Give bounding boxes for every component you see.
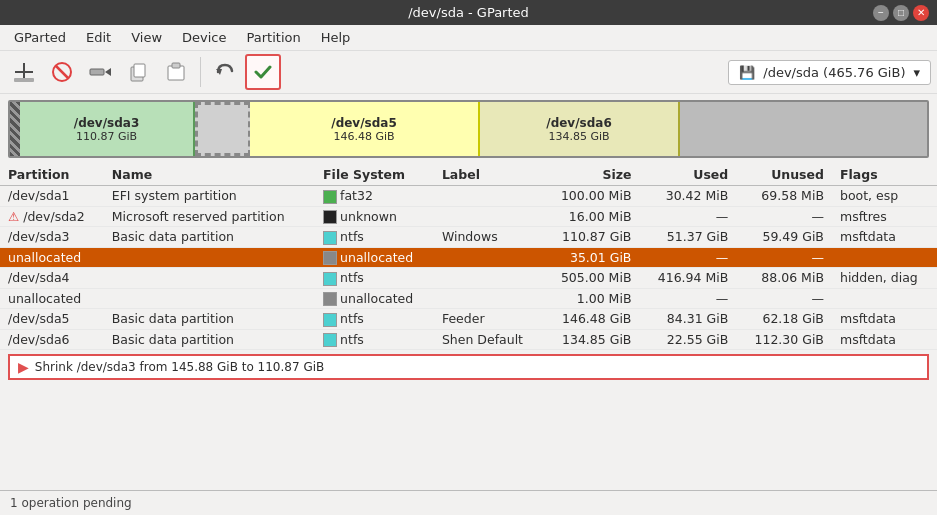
pending-operation-bar: ▶ Shrink /dev/sda3 from 145.88 GiB to 11… — [8, 354, 929, 380]
titlebar: /dev/sda - GParted − □ ✕ — [0, 0, 937, 25]
svg-rect-8 — [134, 64, 145, 77]
disk-part-unallocated-1 — [195, 102, 250, 156]
disk-part-sda5[interactable]: /dev/sda5 146.48 GiB — [250, 102, 480, 156]
cell-size: 35.01 GiB — [543, 247, 640, 268]
minimize-button[interactable]: − — [873, 5, 889, 21]
cell-name — [104, 288, 315, 309]
cell-label — [434, 206, 543, 227]
copy-partition-button[interactable] — [120, 54, 156, 90]
cell-unused: 59.49 GiB — [736, 227, 832, 248]
table-row[interactable]: /dev/sda5Basic data partitionntfsFeeder1… — [0, 309, 937, 330]
disk-part-sda3-name: /dev/sda3 — [74, 116, 140, 130]
col-used: Used — [639, 164, 736, 186]
cell-unused: — — [736, 288, 832, 309]
partition-table-container: Partition Name File System Label Size Us… — [0, 164, 937, 350]
table-row[interactable]: ⚠ /dev/sda2Microsoft reserved partitionu… — [0, 206, 937, 227]
disk-part-sda6[interactable]: /dev/sda6 134.85 GiB — [480, 102, 680, 156]
table-row[interactable]: /dev/sda4ntfs505.00 MiB416.94 MiB88.06 M… — [0, 268, 937, 289]
cell-filesystem: unallocated — [315, 288, 434, 309]
table-row[interactable]: /dev/sda1EFI system partitionfat32100.00… — [0, 186, 937, 207]
undo-button[interactable] — [207, 54, 243, 90]
cell-flags: hidden, diag — [832, 268, 937, 289]
cell-label — [434, 268, 543, 289]
cell-flags: boot, esp — [832, 186, 937, 207]
toolbar-separator-1 — [200, 57, 201, 87]
menu-edit[interactable]: Edit — [76, 27, 121, 48]
cell-unused: 69.58 MiB — [736, 186, 832, 207]
menu-partition[interactable]: Partition — [237, 27, 311, 48]
table-row[interactable]: /dev/sda3Basic data partitionntfsWindows… — [0, 227, 937, 248]
table-row[interactable]: unallocatedunallocated35.01 GiB—— — [0, 247, 937, 268]
disk-part-sda6-name: /dev/sda6 — [546, 116, 612, 130]
svg-rect-5 — [90, 69, 104, 75]
disk-part-sda5-name: /dev/sda5 — [331, 116, 397, 130]
cell-size: 134.85 GiB — [543, 329, 640, 350]
cell-name: Basic data partition — [104, 227, 315, 248]
window-controls: − □ ✕ — [873, 5, 929, 21]
col-flags: Flags — [832, 164, 937, 186]
cell-unused: 62.18 GiB — [736, 309, 832, 330]
cell-size: 100.00 MiB — [543, 186, 640, 207]
status-text: 1 operation pending — [10, 496, 132, 510]
cell-label — [434, 247, 543, 268]
table-row[interactable]: unallocatedunallocated1.00 MiB—— — [0, 288, 937, 309]
resize-partition-button[interactable] — [82, 54, 118, 90]
col-unused: Unused — [736, 164, 832, 186]
cell-used: 22.55 GiB — [639, 329, 736, 350]
svg-rect-10 — [172, 63, 180, 68]
cell-flags: msftdata — [832, 227, 937, 248]
table-row[interactable]: /dev/sda6Basic data partitionntfsShen De… — [0, 329, 937, 350]
menu-view[interactable]: View — [121, 27, 172, 48]
cell-flags: msftres — [832, 206, 937, 227]
cell-partition: ⚠ /dev/sda2 — [0, 206, 104, 227]
apply-button[interactable] — [245, 54, 281, 90]
disk-part-sda3[interactable]: /dev/sda3 110.87 GiB — [20, 102, 195, 156]
col-size: Size — [543, 164, 640, 186]
svg-line-4 — [56, 66, 68, 78]
cell-partition: /dev/sda1 — [0, 186, 104, 207]
cell-filesystem: fat32 — [315, 186, 434, 207]
cell-name: EFI system partition — [104, 186, 315, 207]
menu-gparted[interactable]: GParted — [4, 27, 76, 48]
cell-filesystem: ntfs — [315, 309, 434, 330]
menu-help[interactable]: Help — [311, 27, 361, 48]
paste-partition-button[interactable] — [158, 54, 194, 90]
menu-device[interactable]: Device — [172, 27, 236, 48]
cell-partition: unallocated — [0, 288, 104, 309]
toolbar: 💾 /dev/sda (465.76 GiB) ▾ — [0, 51, 937, 94]
cell-label — [434, 186, 543, 207]
cell-name: Basic data partition — [104, 309, 315, 330]
cell-filesystem: ntfs — [315, 329, 434, 350]
cell-name — [104, 268, 315, 289]
pending-text: Shrink /dev/sda3 from 145.88 GiB to 110.… — [35, 360, 324, 374]
cell-size: 146.48 GiB — [543, 309, 640, 330]
col-name: Name — [104, 164, 315, 186]
cell-used: — — [639, 288, 736, 309]
cell-label: Feeder — [434, 309, 543, 330]
disk-visual: /dev/sda3 110.87 GiB /dev/sda5 146.48 Gi… — [8, 100, 929, 158]
cell-partition: /dev/sda3 — [0, 227, 104, 248]
cell-name: Microsoft reserved partition — [104, 206, 315, 227]
col-label: Label — [434, 164, 543, 186]
cell-size: 505.00 MiB — [543, 268, 640, 289]
new-partition-button[interactable] — [6, 54, 42, 90]
cell-partition: unallocated — [0, 247, 104, 268]
cell-used: 84.31 GiB — [639, 309, 736, 330]
cell-used: — — [639, 247, 736, 268]
disk-selector[interactable]: 💾 /dev/sda (465.76 GiB) ▾ — [728, 60, 931, 85]
cell-flags — [832, 247, 937, 268]
delete-partition-button[interactable] — [44, 54, 80, 90]
cell-filesystem: unknown — [315, 206, 434, 227]
cell-flags: msftdata — [832, 329, 937, 350]
disk-part-sda6-size: 134.85 GiB — [548, 130, 609, 143]
cell-partition: /dev/sda4 — [0, 268, 104, 289]
col-partition: Partition — [0, 164, 104, 186]
maximize-button[interactable]: □ — [893, 5, 909, 21]
svg-marker-6 — [105, 68, 111, 76]
close-button[interactable]: ✕ — [913, 5, 929, 21]
disk-selector-label: /dev/sda (465.76 GiB) — [763, 65, 905, 80]
col-filesystem: File System — [315, 164, 434, 186]
cell-label: Windows — [434, 227, 543, 248]
disk-visual-stripe — [10, 102, 20, 156]
cell-used: 51.37 GiB — [639, 227, 736, 248]
